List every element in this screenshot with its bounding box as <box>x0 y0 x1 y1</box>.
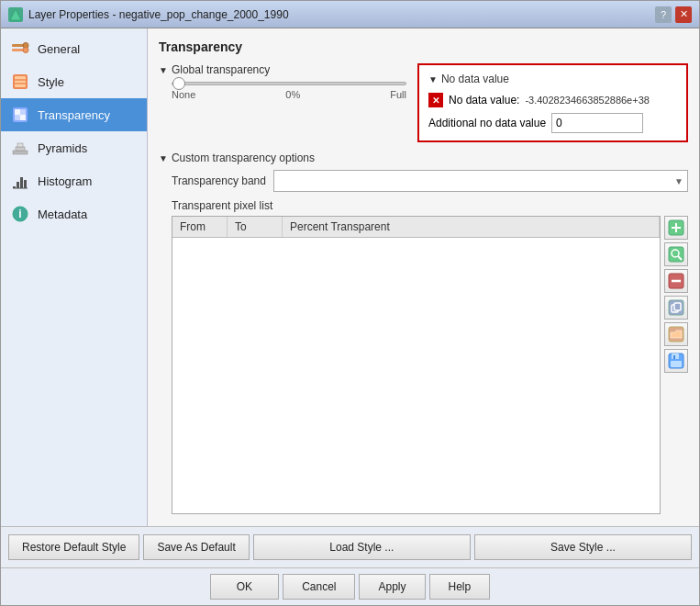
app-icon <box>8 7 23 22</box>
table-body <box>172 238 660 513</box>
search-button[interactable] <box>664 242 688 266</box>
sidebar-label-style: Style <box>38 75 64 89</box>
no-data-title: ▼ No data value <box>428 73 677 85</box>
additional-no-data-input[interactable] <box>551 113 643 133</box>
save-as-default-button[interactable]: Save As Default <box>143 534 249 560</box>
slider-row <box>172 82 406 85</box>
band-label: Transparency band <box>172 174 266 187</box>
custom-transparency-label: Custom transparency options <box>172 152 315 164</box>
content-area: General Style <box>1 28 699 526</box>
table-header: From To Percent Transparent <box>172 217 660 238</box>
col-to: To <box>228 217 283 237</box>
triangle-icon: ▼ <box>159 65 168 75</box>
sidebar-label-metadata: Metadata <box>38 208 87 221</box>
dropdown-arrow-icon: ▼ <box>674 176 683 186</box>
general-icon <box>10 39 30 59</box>
restore-default-button[interactable]: Restore Default Style <box>8 534 139 560</box>
pyramids-icon <box>10 138 30 158</box>
window-title: Layer Properties - negative_pop_change_2… <box>28 8 289 21</box>
col-from: From <box>172 217 228 237</box>
titlebar: Layer Properties - negative_pop_change_2… <box>1 1 699 28</box>
no-data-x-icon[interactable]: ✕ <box>428 93 443 107</box>
svg-rect-17 <box>17 182 19 188</box>
global-transparency-label: Global transparency <box>172 63 270 76</box>
copy-button[interactable] <box>664 296 688 320</box>
svg-rect-38 <box>673 355 675 359</box>
no-data-value: -3.4028234663852886e+38 <box>525 95 650 106</box>
no-data-box: ▼ No data value ✕ No data value: -3.4028… <box>417 63 688 142</box>
additional-label: Additional no data value <box>428 117 546 129</box>
sidebar-item-general[interactable]: General <box>1 32 147 65</box>
sidebar-label-pyramids: Pyramids <box>38 141 87 155</box>
custom-transparency-section: ▼ Custom transparency options Transparen… <box>159 152 688 514</box>
sidebar-item-transparency[interactable]: Transparency <box>1 98 147 131</box>
help-button[interactable]: Help <box>429 574 491 600</box>
add-row-button[interactable] <box>664 216 688 240</box>
svg-rect-14 <box>16 147 25 151</box>
svg-rect-13 <box>13 151 28 154</box>
global-transparency-header[interactable]: ▼ Global transparency <box>159 63 406 76</box>
layer-properties-window: Layer Properties - negative_pop_change_2… <box>0 0 700 606</box>
transparency-icon <box>10 105 30 125</box>
custom-transparency-header[interactable]: ▼ Custom transparency options <box>159 152 688 164</box>
transparency-band-dropdown[interactable]: ▼ <box>273 170 688 192</box>
main-panel: Transparency ▼ Global transparency None … <box>148 28 699 526</box>
open-button[interactable] <box>664 322 688 346</box>
apply-button[interactable]: Apply <box>359 574 425 600</box>
titlebar-left: Layer Properties - negative_pop_change_2… <box>8 7 289 22</box>
sidebar-item-metadata[interactable]: i Metadata <box>1 197 147 230</box>
svg-rect-19 <box>24 180 27 188</box>
save-button[interactable] <box>664 349 688 373</box>
svg-rect-33 <box>674 303 681 310</box>
sidebar-label-transparency: Transparency <box>38 108 110 122</box>
cancel-button[interactable]: Cancel <box>283 574 355 600</box>
svg-rect-12 <box>20 115 26 120</box>
sidebar-item-pyramids[interactable]: Pyramids <box>1 131 147 164</box>
col-percent: Percent Transparent <box>283 217 660 237</box>
label-pct: 0% <box>285 89 300 100</box>
pixel-list-label: Transparent pixel list <box>172 199 688 212</box>
no-data-row: ✕ No data value: -3.4028234663852886e+38 <box>428 93 677 107</box>
svg-rect-18 <box>20 177 23 188</box>
sidebar-label-histogram: Histogram <box>38 174 92 188</box>
label-full: Full <box>390 89 406 100</box>
svg-text:i: i <box>18 208 21 220</box>
help-titlebar-button[interactable]: ? <box>655 6 672 23</box>
svg-rect-37 <box>671 361 682 367</box>
svg-point-4 <box>23 48 28 53</box>
ok-button[interactable]: OK <box>210 574 279 600</box>
sidebar-label-general: General <box>38 42 80 56</box>
transparency-labels: None 0% Full <box>172 89 406 100</box>
titlebar-buttons: ? ✕ <box>655 6 692 23</box>
metadata-icon: i <box>10 204 30 224</box>
sidebar-item-style[interactable]: Style <box>1 65 147 98</box>
bottom-bar: Restore Default Style Save As Default Lo… <box>1 526 699 567</box>
table-action-buttons <box>664 216 688 514</box>
triangle-icon-custom: ▼ <box>159 153 168 163</box>
save-style-button[interactable]: Save Style ... <box>474 534 692 560</box>
histogram-icon <box>10 171 30 191</box>
sidebar: General Style <box>1 28 148 526</box>
pixel-table-wrapper: From To Percent Transparent <box>172 216 688 514</box>
dialog-buttons: OK Cancel Apply Help <box>1 567 699 605</box>
svg-rect-11 <box>15 109 20 115</box>
transparency-band-row: Transparency band ▼ <box>172 170 688 192</box>
svg-rect-15 <box>17 143 23 147</box>
svg-rect-6 <box>15 76 26 87</box>
remove-row-button[interactable] <box>664 269 688 293</box>
svg-marker-0 <box>10 9 21 20</box>
global-transparency-section: ▼ Global transparency None 0% Full <box>159 63 406 111</box>
load-style-button[interactable]: Load Style ... <box>253 534 471 560</box>
sidebar-item-histogram[interactable]: Histogram <box>1 164 147 197</box>
additional-row: Additional no data value <box>428 113 677 133</box>
style-icon <box>10 72 30 92</box>
pixel-table: From To Percent Transparent <box>172 216 661 514</box>
section-title: Transparency <box>159 39 688 54</box>
triangle-icon-nodata: ▼ <box>428 74 438 84</box>
close-button[interactable]: ✕ <box>675 6 692 23</box>
no-data-label: No data value: <box>449 94 519 107</box>
label-none: None <box>172 89 195 100</box>
no-data-section-label: No data value <box>441 73 509 85</box>
transparency-slider[interactable] <box>172 82 406 85</box>
